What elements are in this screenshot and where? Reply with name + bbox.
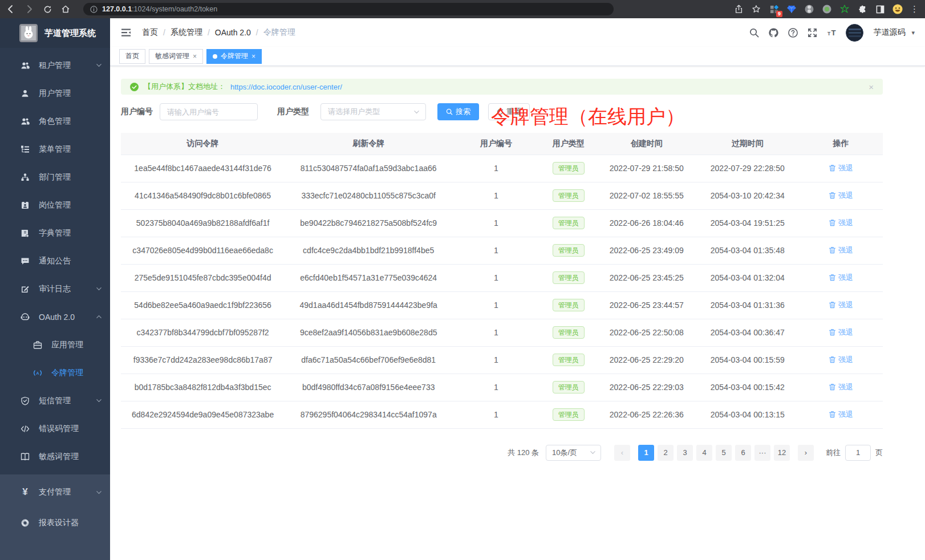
search-button[interactable]: 搜索 bbox=[437, 103, 479, 120]
extension-grid-icon[interactable]: 9 bbox=[769, 4, 779, 14]
alert-text: 【用户体系】文档地址： bbox=[144, 82, 225, 92]
sidebar-item-menu[interactable]: 菜单管理 bbox=[0, 135, 110, 163]
breadcrumb-oauth2[interactable]: OAuth 2.0 bbox=[215, 28, 251, 37]
force-logout-button[interactable]: 强退 bbox=[829, 327, 853, 338]
page-size-select[interactable]: 10条/页 bbox=[546, 445, 601, 461]
page-button-6[interactable]: 6 bbox=[735, 445, 751, 461]
browser-menu-icon[interactable]: ⋮ bbox=[910, 4, 919, 14]
search-icon[interactable] bbox=[749, 27, 760, 38]
browser-back-icon[interactable] bbox=[6, 4, 16, 14]
sidebar-logo-bar[interactable]: 芋道管理系统 bbox=[0, 18, 110, 48]
top-navbar: 首页 / 系统管理 / OAuth 2.0 / 令牌管理 TT 芋道源码 ▾ bbox=[110, 18, 925, 47]
extension-circle-gray-icon[interactable] bbox=[804, 4, 814, 14]
table-row: 1ea5e44f8bc1467aaede43144f31de76 811c530… bbox=[121, 155, 883, 182]
help-icon[interactable] bbox=[788, 27, 798, 38]
refresh-token-cell: e6cfd40eb1f54571a31e775e039c4624 bbox=[285, 264, 452, 291]
svg-text:T: T bbox=[831, 29, 836, 37]
sidebar-item-notice[interactable]: 通知公告 bbox=[0, 247, 110, 275]
sidebar-item-oauth2-token[interactable]: A 令牌管理 bbox=[0, 359, 110, 387]
page-button-12[interactable]: 12 bbox=[774, 445, 790, 461]
sidebar-item-dict[interactable]: 字典管理 bbox=[0, 219, 110, 247]
user-type-cell: 管理员 bbox=[540, 155, 597, 182]
browser-reload-icon[interactable] bbox=[42, 4, 52, 14]
page-button-4[interactable]: 4 bbox=[696, 445, 712, 461]
header-user-id: 用户编号 bbox=[452, 133, 540, 155]
prev-page-button[interactable]: ‹ bbox=[614, 445, 630, 461]
bookmark-star-icon[interactable] bbox=[751, 4, 761, 14]
avatar[interactable] bbox=[846, 24, 863, 42]
force-logout-button[interactable]: 强退 bbox=[829, 382, 853, 392]
reset-button[interactable]: 重置 bbox=[488, 103, 530, 120]
github-icon[interactable] bbox=[768, 27, 779, 38]
doc-link[interactable]: https://doc.iocoder.cn/user-center/ bbox=[230, 83, 342, 91]
close-icon[interactable]: × bbox=[251, 52, 255, 60]
browser-forward-icon[interactable] bbox=[24, 4, 34, 14]
sidebar-item-oauth2-app[interactable]: 应用管理 bbox=[0, 331, 110, 359]
page-button-5[interactable]: 5 bbox=[716, 445, 732, 461]
message-icon bbox=[21, 257, 30, 266]
next-page-button[interactable]: › bbox=[798, 445, 814, 461]
sidebar-item-dept[interactable]: 部门管理 bbox=[0, 163, 110, 191]
tab-sensitive-word[interactable]: 敏感词管理× bbox=[149, 49, 203, 64]
browser-home-icon[interactable] bbox=[60, 4, 71, 14]
goto-suffix: 页 bbox=[875, 448, 883, 458]
goto-page-input[interactable] bbox=[845, 445, 871, 461]
sidebar-item-pay[interactable]: ¥ 支付管理 bbox=[0, 477, 110, 508]
force-logout-button[interactable]: 强退 bbox=[829, 245, 853, 255]
sidebar-item-tenant[interactable]: 租户管理 bbox=[0, 51, 110, 79]
tab-home[interactable]: 首页 bbox=[119, 49, 145, 64]
chevron-down-icon bbox=[96, 62, 102, 68]
site-info-icon[interactable] bbox=[90, 6, 98, 13]
share-icon[interactable] bbox=[733, 4, 744, 14]
force-logout-button[interactable]: 强退 bbox=[829, 300, 853, 310]
user-type-select[interactable]: 请选择用户类型 bbox=[320, 103, 426, 120]
force-logout-button[interactable]: 强退 bbox=[829, 190, 853, 201]
emoji-avatar-icon[interactable] bbox=[892, 4, 903, 14]
sidebar-item-report-designer[interactable]: 报表设计器 bbox=[0, 508, 110, 538]
page-button-1[interactable]: 1 bbox=[638, 445, 654, 461]
tab-window-icon[interactable] bbox=[875, 4, 885, 14]
sidebar-item-audit-log[interactable]: 审计日志 bbox=[0, 275, 110, 303]
force-logout-button[interactable]: 强退 bbox=[829, 355, 853, 365]
page-button-2[interactable]: 2 bbox=[658, 445, 674, 461]
sidebar-collapse-icon[interactable] bbox=[120, 27, 132, 38]
sidebar-item-sensitive-word[interactable]: 敏感词管理 bbox=[0, 443, 110, 470]
breadcrumb-home[interactable]: 首页 bbox=[142, 27, 158, 38]
sidebar-item-role[interactable]: 角色管理 bbox=[0, 107, 110, 135]
page-button-3[interactable]: 3 bbox=[677, 445, 693, 461]
page-ellipsis[interactable]: ··· bbox=[754, 445, 770, 461]
address-bar[interactable]: 127.0.0.1:1024/system/oauth2/token bbox=[83, 3, 614, 15]
fullscreen-icon[interactable] bbox=[807, 27, 818, 38]
force-logout-button[interactable]: 强退 bbox=[829, 218, 853, 228]
force-logout-button[interactable]: 强退 bbox=[829, 163, 853, 173]
username[interactable]: 芋道源码 bbox=[873, 27, 905, 38]
shield-check-icon bbox=[21, 396, 30, 405]
font-size-icon[interactable]: TT bbox=[826, 27, 837, 38]
extensions-puzzle-icon[interactable] bbox=[857, 4, 867, 14]
sidebar-item-sms[interactable]: 短信管理 bbox=[0, 387, 110, 415]
extension-circle-green-icon[interactable] bbox=[822, 4, 832, 14]
action-cell: 强退 bbox=[799, 264, 883, 291]
sidebar-item-error-code[interactable]: 错误码管理 bbox=[0, 415, 110, 443]
tab-token[interactable]: 令牌管理× bbox=[206, 49, 262, 64]
sidebar-item-user[interactable]: 用户管理 bbox=[0, 79, 110, 107]
extension-star-green-icon[interactable] bbox=[839, 4, 850, 14]
force-logout-button[interactable]: 强退 bbox=[829, 409, 853, 420]
force-logout-button[interactable]: 强退 bbox=[829, 273, 853, 283]
extension-diamond-icon[interactable] bbox=[786, 4, 797, 14]
close-icon[interactable]: × bbox=[193, 52, 197, 60]
caret-down-icon[interactable]: ▾ bbox=[911, 29, 915, 36]
user-id-input[interactable] bbox=[160, 103, 258, 120]
access-token-cell: 6d842e2924594de9a09e45e087323abe bbox=[121, 401, 285, 428]
refresh-token-cell: be90422b8c7946218275a508bf524fc9 bbox=[285, 209, 452, 237]
trash-icon bbox=[829, 328, 836, 336]
header-user-type: 用户类型 bbox=[540, 133, 597, 155]
user-id-cell: 1 bbox=[452, 319, 540, 346]
breadcrumb-system[interactable]: 系统管理 bbox=[171, 27, 202, 38]
sidebar-item-post[interactable]: 岗位管理 bbox=[0, 191, 110, 219]
user-id-cell: 1 bbox=[452, 346, 540, 374]
create-time-cell: 2022-06-25 22:50:08 bbox=[597, 319, 696, 346]
sidebar-item-oauth2[interactable]: OAuth 2.0 bbox=[0, 303, 110, 331]
alert-close-icon[interactable]: × bbox=[869, 82, 874, 92]
sidebar-menu: 租户管理 用户管理 角色管理 菜单管理 部门管理 岗位管理 bbox=[0, 48, 110, 474]
